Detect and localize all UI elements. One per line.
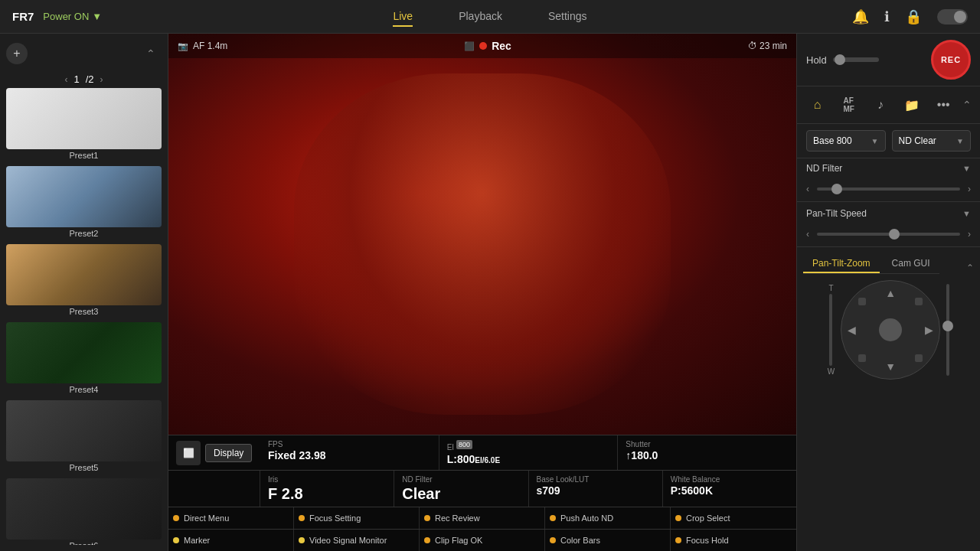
joystick-right-arrow: ▶: [925, 324, 933, 336]
video-preview: 📷 AF 1.4m ⬛ Rec ⏱ 23 min: [168, 34, 796, 435]
nd-section: ND Filter Clear: [394, 471, 528, 507]
nav-settings[interactable]: Settings: [548, 7, 587, 27]
wb-value: P:5600K: [671, 485, 789, 497]
nd-slider-row: ‹ ›: [797, 178, 980, 200]
preset-thumb-2: [6, 166, 162, 227]
zoom-w-label: W: [828, 367, 835, 376]
pan-tilt-slider-prev[interactable]: ‹: [800, 227, 815, 242]
nd-slider-prev[interactable]: ‹: [800, 181, 815, 197]
dropdown-arrow-2: ▼: [956, 137, 964, 145]
home-icon-button[interactable]: ⌂: [805, 93, 830, 117]
af-mf-icon-button[interactable]: AFMF: [837, 93, 861, 117]
ei-label: EI 800: [447, 440, 610, 452]
rec-button[interactable]: REC: [931, 40, 971, 80]
music-icon-button[interactable]: ♪: [868, 93, 893, 117]
dropdown-arrow-1: ▼: [871, 137, 879, 145]
next-page-button[interactable]: ›: [100, 74, 103, 85]
zoom-slider: T W: [828, 284, 835, 376]
ptz-expand-button[interactable]: ⌃: [966, 262, 974, 273]
func-direct-menu[interactable]: Direct Menu: [168, 507, 294, 529]
zoom-track[interactable]: [829, 294, 832, 366]
preset-item-4[interactable]: Preset4: [6, 322, 162, 394]
power-toggle[interactable]: [937, 9, 968, 24]
preset-item-3[interactable]: Preset3: [6, 244, 162, 316]
lock-icon[interactable]: 🔒: [905, 8, 922, 25]
rec-dot: [479, 42, 487, 50]
func-label-7: Video Signal Monitor: [309, 536, 387, 545]
shutter-value: ↑180.0: [626, 450, 789, 461]
rec-indicator: ⬛ Rec: [464, 40, 511, 52]
nd-filter-header[interactable]: ND Filter ▼: [797, 158, 980, 178]
preset-label-2: Preset2: [6, 229, 162, 238]
nd-filter-dropdown[interactable]: ND Clear ▼: [892, 130, 972, 152]
info-icon[interactable]: ℹ: [884, 8, 890, 25]
pan-tilt-slider-next[interactable]: ›: [962, 227, 977, 242]
lut-label: Base Look/LUT: [537, 475, 655, 484]
preset-item-5[interactable]: Preset5: [6, 400, 162, 472]
right-panel: Hold REC ⌂ AFMF ♪ 📁 ••• ⌃ Base 800 ▼ ND …: [796, 34, 980, 551]
page-total: /2: [86, 73, 94, 85]
bell-icon[interactable]: 🔔: [852, 8, 869, 25]
collapse-sidebar-button[interactable]: ⌃: [140, 43, 162, 64]
iris-label: Iris: [268, 475, 386, 484]
joystick-pad[interactable]: ▲ ▼ ◀ ▶: [841, 280, 940, 380]
func-video-signal[interactable]: Video Signal Monitor: [294, 530, 420, 551]
display-button[interactable]: Display: [205, 444, 252, 462]
func-focus-hold[interactable]: Focus Hold: [671, 530, 796, 551]
camera-data-bar-2: Iris F 2.8 ND Filter Clear Base Look/LUT…: [168, 470, 796, 507]
joystick-center: [879, 318, 902, 341]
af-info-text: AF 1.4m: [193, 41, 227, 51]
func-dot-4: [550, 515, 556, 521]
func-label-2: Focus Setting: [309, 514, 361, 523]
func-push-auto-nd[interactable]: Push Auto ND: [545, 507, 671, 529]
collapse-panel-button[interactable]: ⌃: [962, 99, 972, 111]
func-focus-setting[interactable]: Focus Setting: [294, 507, 420, 529]
func-dot-10: [675, 537, 681, 543]
video-face-overlay: [294, 73, 671, 415]
func-label-1: Direct Menu: [184, 514, 229, 523]
add-preset-button[interactable]: +: [6, 43, 28, 64]
preset-label-3: Preset3: [6, 307, 162, 316]
pan-track[interactable]: [946, 284, 949, 376]
func-label-4: Push Auto ND: [560, 514, 613, 523]
nd-slider-track[interactable]: [817, 187, 960, 191]
fps-label: FPS: [268, 440, 431, 448]
func-rec-review[interactable]: Rec Review: [420, 507, 545, 529]
joystick-left-arrow: ◀: [848, 324, 856, 336]
nav-playback[interactable]: Playback: [459, 7, 502, 27]
nav-live[interactable]: Live: [393, 7, 413, 27]
hold-slider-track[interactable]: [833, 57, 879, 62]
func-color-bars[interactable]: Color Bars: [545, 530, 671, 551]
power-status[interactable]: Power ON ▼: [43, 11, 102, 22]
preset-label-4: Preset4: [6, 385, 162, 394]
preset-thumb-4: [6, 322, 162, 383]
func-crop-select[interactable]: Crop Select: [671, 507, 796, 529]
preset-item-6[interactable]: Preset6: [6, 478, 162, 545]
tab-cam-gui[interactable]: Cam GUI: [883, 255, 939, 273]
func-dot-9: [550, 537, 556, 543]
preset-item-1[interactable]: Preset1: [6, 88, 162, 160]
folder-icon-button[interactable]: 📁: [900, 93, 924, 117]
overlay-toggle-button[interactable]: ⬜: [176, 441, 201, 465]
joystick-up-arrow: ▲: [885, 287, 896, 299]
prev-page-button[interactable]: ‹: [64, 74, 67, 85]
pan-tilt-slider-track[interactable]: [817, 233, 960, 236]
pan-tilt-vertical-slider: [946, 284, 949, 376]
func-marker[interactable]: Marker: [168, 530, 294, 551]
right-panel-top: Hold REC: [797, 34, 980, 86]
func-clip-flag[interactable]: Clip Flag OK: [420, 530, 545, 551]
base-iso-label: Base 800: [813, 135, 852, 146]
pan-tilt-speed-header[interactable]: Pan-Tilt Speed ▼: [797, 204, 980, 223]
af-mode-icon: 📷: [178, 41, 188, 51]
wb-label: White Balance: [671, 475, 789, 484]
preset-thumb-5: [6, 400, 162, 461]
base-iso-dropdown[interactable]: Base 800 ▼: [806, 130, 886, 152]
nd-slider-next[interactable]: ›: [962, 181, 977, 197]
tab-pan-tilt-zoom[interactable]: Pan-Tilt-Zoom: [803, 255, 880, 273]
nd-slider-thumb: [831, 184, 842, 194]
camera-data-bar: ⬜ Display FPS Fixed 23.98 EI 800 L:800EI…: [168, 435, 796, 470]
preset-item-2[interactable]: Preset2: [6, 166, 162, 238]
iris-value: F 2.8: [268, 485, 386, 502]
hold-label: Hold: [806, 54, 827, 66]
more-icon-button[interactable]: •••: [931, 93, 956, 117]
